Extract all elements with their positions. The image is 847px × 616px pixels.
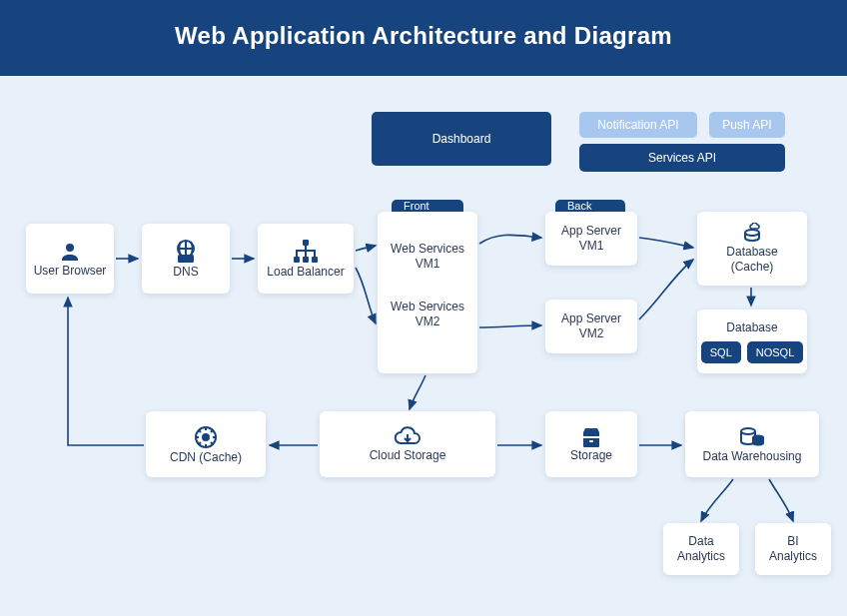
svg-point-0 — [66, 244, 74, 252]
database-cache-node: Database (Cache) — [697, 212, 807, 286]
svg-text:DNS: DNS — [179, 255, 193, 262]
dns-label: DNS — [173, 265, 198, 280]
push-api-pill: Push API — [709, 112, 785, 138]
cdn-cache-node: CDN (Cache) — [146, 411, 266, 477]
svg-point-10 — [203, 434, 209, 440]
cdn-cache-label: CDN (Cache) — [170, 450, 242, 465]
cdn-icon — [193, 424, 219, 450]
storage-node: Storage — [545, 411, 637, 477]
database-cache-icon — [740, 223, 764, 245]
cloud-storage-label: Cloud Storage — [370, 448, 446, 463]
svg-rect-4 — [303, 240, 309, 246]
svg-rect-7 — [312, 257, 318, 263]
storage-label: Storage — [570, 448, 612, 463]
app-server-vm1-label: App Server VM1 — [561, 224, 621, 254]
page-title: Web Application Architecture and Diagram — [0, 0, 847, 76]
bi-analytics-label: BI Analytics — [769, 534, 817, 564]
database-label: Database — [726, 320, 777, 335]
web-services-vm1-label: Web Services VM1 — [391, 242, 464, 272]
svg-rect-11 — [589, 440, 593, 442]
sql-chip: SQL — [701, 341, 741, 363]
load-balancer-label: Load Balancer — [267, 265, 344, 280]
svg-point-12 — [741, 428, 755, 434]
dns-node: DNS DNS — [142, 224, 230, 294]
diagram-canvas: Dashboard Notification API Push API Serv… — [0, 76, 847, 612]
svg-rect-5 — [294, 257, 300, 263]
app-server-vm2-label: App Server VM2 — [561, 311, 621, 341]
svg-point-8 — [745, 230, 759, 236]
services-api-pill: Services API — [579, 144, 785, 172]
database-cache-label: Database (Cache) — [726, 245, 777, 275]
data-analytics-label: Data Analytics — [677, 534, 725, 564]
user-browser-node: User Browser — [26, 224, 114, 294]
storage-icon — [579, 426, 603, 448]
user-browser-label: User Browser — [34, 264, 107, 279]
data-warehousing-node: Data Warehousing — [685, 411, 819, 477]
load-balancer-node: Load Balancer — [258, 224, 354, 294]
dashboard-pill: Dashboard — [372, 112, 551, 166]
cloud-storage-node: Cloud Storage — [320, 411, 495, 477]
cloud-download-icon — [393, 426, 423, 448]
bi-analytics-node: BI Analytics — [755, 523, 831, 575]
nosql-chip: NOSQL — [747, 341, 804, 363]
app-server-vm2-node: App Server VM2 — [545, 300, 637, 353]
notification-api-pill: Notification API — [579, 112, 697, 138]
user-icon — [58, 240, 82, 264]
svg-rect-6 — [303, 257, 309, 263]
globe-dns-icon: DNS — [171, 239, 201, 265]
load-balancer-icon — [292, 239, 320, 265]
front-end-node: Web Services VM1 Web Services VM2 — [378, 212, 477, 373]
data-analytics-node: Data Analytics — [663, 523, 739, 575]
data-warehousing-label: Data Warehousing — [703, 449, 802, 464]
database-node: Database SQL NOSQL — [697, 309, 807, 373]
web-services-vm2-label: Web Services VM2 — [391, 300, 464, 329]
warehousing-icon — [738, 425, 766, 449]
app-server-vm1-node: App Server VM1 — [545, 212, 637, 266]
